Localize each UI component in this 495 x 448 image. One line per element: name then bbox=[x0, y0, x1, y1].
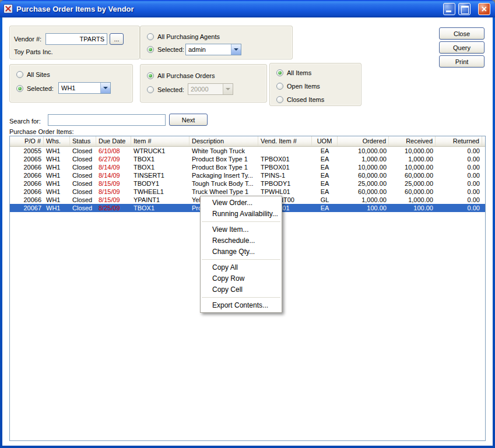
cell-ordered: 1,000.00 bbox=[338, 196, 389, 204]
context-menu: View Order...Running Availability...View… bbox=[200, 196, 282, 313]
cell-item: TBOX1 bbox=[131, 163, 189, 171]
vendor-label: Vendor #: bbox=[14, 35, 41, 43]
cell-returned: 0.00 bbox=[436, 179, 482, 188]
cell-item: YPAINT1 bbox=[131, 196, 189, 204]
cell-item: TINSERT1 bbox=[131, 171, 189, 179]
radio-icon bbox=[147, 33, 154, 40]
radio-open-items[interactable]: Open Items bbox=[276, 82, 320, 90]
radio-all-purchase-orders[interactable]: All Purchase Orders bbox=[147, 71, 215, 80]
radio-selected-site[interactable]: Selected: bbox=[16, 84, 54, 93]
cell-received: 10,000.00 bbox=[389, 163, 436, 171]
radio-icon bbox=[276, 83, 283, 90]
combo-value: WH1 bbox=[59, 83, 100, 93]
window-title: Purchase Order Items by Vendor bbox=[16, 5, 134, 13]
cell-received: 10,000.00 bbox=[389, 147, 436, 155]
column-header-desc[interactable]: Description bbox=[189, 136, 258, 146]
print-button[interactable]: Print bbox=[439, 55, 485, 68]
column-header-status[interactable]: Status bbox=[70, 136, 96, 146]
cell-desc: Tough Truck Body T... bbox=[189, 179, 258, 188]
next-button[interactable]: Next bbox=[169, 114, 208, 126]
cell-returned: 0.00 bbox=[436, 147, 482, 155]
menu-item[interactable]: Change Qty... bbox=[201, 246, 282, 257]
cell-status: Closed bbox=[70, 196, 96, 204]
cell-status: Closed bbox=[70, 163, 96, 171]
radio-selected-agent[interactable]: Selected: bbox=[147, 45, 184, 54]
agent-select[interactable]: admin bbox=[185, 44, 241, 55]
cell-uom: GL bbox=[312, 196, 338, 204]
combo-value: admin bbox=[186, 44, 231, 55]
table-row[interactable]: 20066WH1Closed8/15/09TBODY1Tough Truck B… bbox=[10, 179, 485, 188]
table-row[interactable]: 20066WH1Closed8/15/09TWHEEL1Truck Wheel … bbox=[10, 188, 485, 196]
column-header-item[interactable]: Item # bbox=[131, 136, 189, 146]
menu-separator bbox=[202, 221, 280, 222]
cell-po: 20055 bbox=[10, 147, 44, 155]
column-header-ordered[interactable]: Ordered bbox=[338, 136, 389, 146]
purchase-order-select: 20000 bbox=[188, 83, 233, 95]
radio-all-purchasing-agents[interactable]: All Purchasing Agents bbox=[147, 32, 220, 41]
cell-received: 100.00 bbox=[389, 204, 436, 212]
radio-all-sites[interactable]: All Sites bbox=[16, 70, 50, 79]
cell-ordered: 100.00 bbox=[338, 204, 389, 212]
site-select[interactable]: WH1 bbox=[58, 82, 111, 94]
vendor-browse-button[interactable]: ... bbox=[110, 33, 124, 45]
menu-item[interactable]: Copy Cell bbox=[201, 284, 282, 295]
cell-due: 8/15/09 bbox=[96, 196, 131, 204]
column-header-returned[interactable]: Returned bbox=[436, 136, 482, 146]
table-row[interactable]: 20055WH1Closed6/10/08WTRUCK1White Tough … bbox=[10, 147, 485, 155]
cell-po: 20066 bbox=[10, 196, 44, 204]
menu-item[interactable]: Copy Row bbox=[201, 273, 282, 284]
menu-item[interactable]: Running Availability... bbox=[201, 209, 282, 220]
menu-item[interactable]: Copy All bbox=[201, 262, 282, 273]
vendor-number-input[interactable] bbox=[45, 33, 107, 45]
query-button[interactable]: Query bbox=[439, 41, 485, 54]
radio-selected-purchase-order[interactable]: Selected: bbox=[147, 85, 184, 94]
table-row[interactable]: 20065WH1Closed6/27/09TBOX1Product Box Ty… bbox=[10, 155, 485, 163]
column-header-uom[interactable]: UOM bbox=[312, 136, 338, 146]
radio-icon bbox=[16, 71, 23, 78]
cell-uom: EA bbox=[312, 179, 338, 188]
menu-item[interactable]: View Item... bbox=[201, 224, 282, 235]
radio-icon bbox=[147, 86, 154, 93]
cell-uom: EA bbox=[312, 204, 338, 212]
chevron-down-icon[interactable] bbox=[100, 83, 110, 93]
column-header-received[interactable]: Received bbox=[389, 136, 436, 146]
maximize-button[interactable] bbox=[458, 3, 471, 15]
radio-label: All Purchase Orders bbox=[157, 72, 215, 79]
title-bar[interactable]: Purchase Order Items by Vendor bbox=[0, 0, 495, 17]
cell-desc: Product Box Type 1 bbox=[189, 155, 258, 163]
cell-vend: TPINS-1 bbox=[258, 171, 312, 179]
radio-closed-items[interactable]: Closed Items bbox=[276, 95, 324, 104]
table-row[interactable]: 20066WH1Closed8/14/09TBOX1Product Box Ty… bbox=[10, 163, 485, 171]
radio-all-items[interactable]: All Items bbox=[276, 68, 311, 77]
column-header-vend[interactable]: Vend. Item # bbox=[258, 136, 312, 146]
cell-vend: TPBODY1 bbox=[258, 179, 312, 188]
minimize-button[interactable] bbox=[443, 3, 455, 15]
cell-vend: TPBOX01 bbox=[258, 163, 312, 171]
cell-desc: Product Box Type 1 bbox=[189, 163, 258, 171]
close-button[interactable]: Close bbox=[439, 27, 485, 40]
cell-due: 6/27/09 bbox=[96, 155, 131, 163]
cell-po: 20065 bbox=[10, 155, 44, 163]
column-header-due[interactable]: Due Date bbox=[96, 136, 131, 146]
cell-received: 1,000.00 bbox=[389, 196, 436, 204]
cell-received: 1,000.00 bbox=[389, 155, 436, 163]
cell-ordered: 60,000.00 bbox=[338, 171, 389, 179]
table-header: P/O #Whs.StatusDue DateItem #Description… bbox=[10, 136, 485, 147]
menu-item[interactable]: Export Contents... bbox=[201, 300, 282, 311]
table-row[interactable]: 20066WH1Closed8/14/09TINSERT1Packaging I… bbox=[10, 171, 485, 179]
column-header-po[interactable]: P/O # bbox=[10, 136, 44, 146]
menu-item[interactable]: View Order... bbox=[201, 197, 282, 209]
cell-uom: EA bbox=[312, 171, 338, 179]
menu-item[interactable]: Reschedule... bbox=[201, 235, 282, 246]
cell-status: Closed bbox=[70, 171, 96, 179]
radio-icon bbox=[147, 46, 154, 53]
cell-whs: WH1 bbox=[44, 196, 70, 204]
cell-due: 8/15/09 bbox=[96, 188, 131, 196]
close-window-button[interactable] bbox=[478, 3, 490, 15]
search-input[interactable] bbox=[48, 114, 166, 126]
cell-uom: EA bbox=[312, 147, 338, 155]
chevron-down-icon[interactable] bbox=[231, 44, 241, 55]
column-header-whs[interactable]: Whs. bbox=[44, 136, 70, 146]
cell-returned: 0.00 bbox=[436, 188, 482, 196]
cell-vend: TPWHL01 bbox=[258, 188, 312, 196]
